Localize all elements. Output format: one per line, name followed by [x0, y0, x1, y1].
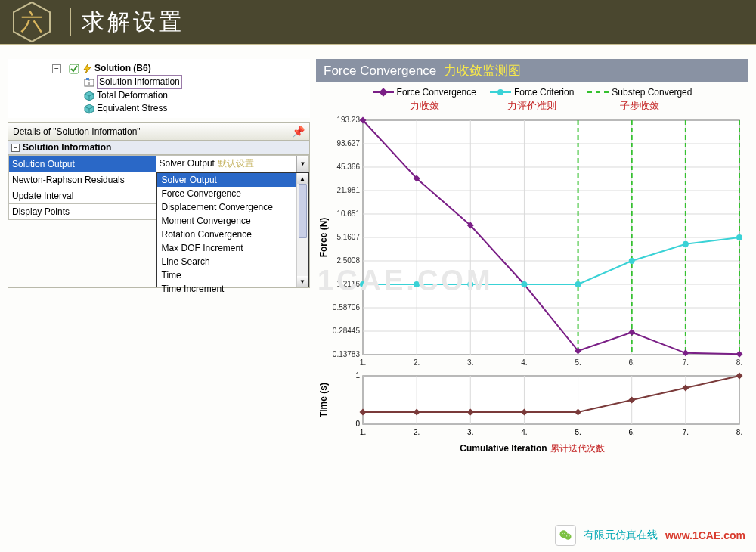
wechat-icon — [555, 525, 576, 546]
chart-title-bar: Force Convergence 力收敛监测图 — [316, 59, 748, 82]
dropdown-option[interactable]: Time Increment — [157, 282, 308, 296]
chart-title-zh: 力收敛监测图 — [444, 62, 521, 79]
cube-icon — [84, 91, 94, 101]
svg-text:93.627: 93.627 — [336, 139, 360, 147]
svg-text:10.651: 10.651 — [336, 209, 360, 218]
svg-text:Force (N): Force (N) — [318, 218, 329, 258]
prop-label[interactable]: Update Interval — [9, 188, 156, 203]
svg-text:1.: 1. — [360, 358, 366, 367]
svg-rect-68 — [363, 376, 739, 424]
pin-icon[interactable]: 📌 — [292, 126, 305, 138]
prop-row-solution-output[interactable]: Solution Output Solver Output默认设置 ▼ — [9, 156, 309, 172]
header-divider — [70, 8, 71, 36]
time-chart: 011.2.3.4.5.6.7.8.Time (s) — [316, 371, 747, 441]
svg-text:8.: 8. — [736, 358, 742, 367]
page-title: 求解设置 — [82, 7, 184, 38]
x-axis-label: Cumulative Iteration累计迭代次数 — [316, 442, 748, 455]
svg-text:2.5008: 2.5008 — [336, 256, 360, 265]
svg-text:0.58706: 0.58706 — [333, 303, 361, 312]
svg-text:Time (s): Time (s) — [318, 383, 329, 417]
prop-label[interactable]: Display Points — [9, 203, 156, 219]
footer-url: www.1CAE.com — [665, 529, 745, 541]
legend-force-convergence: Force Convergence 力收敛 — [373, 87, 476, 113]
dropdown-icon[interactable]: ▼ — [296, 156, 308, 172]
footer-brand: 有限元仿真在线 — [584, 529, 658, 542]
svg-point-62 — [521, 281, 527, 287]
svg-text:2.: 2. — [414, 358, 420, 367]
chart-legend: Force Convergence 力收敛 Force Criterion 力评… — [316, 82, 748, 114]
svg-point-101 — [564, 533, 565, 535]
svg-point-63 — [575, 281, 581, 287]
footer: 有限元仿真在线 www.1CAE.com — [555, 525, 745, 546]
chart-title-en: Force Convergence — [324, 64, 436, 79]
scroll-thumb[interactable] — [299, 184, 307, 238]
svg-text:1.: 1. — [360, 428, 366, 436]
svg-text:1: 1 — [355, 371, 360, 380]
legend-substep-converged: Substep Converged 子步收敛 — [587, 87, 692, 113]
svg-point-59 — [360, 281, 366, 287]
collapse-icon[interactable]: − — [52, 64, 61, 73]
svg-text:4.: 4. — [521, 428, 527, 436]
svg-text:5.1607: 5.1607 — [336, 233, 360, 241]
tree-node-total-deformation[interactable]: Total Deformation — [9, 89, 308, 102]
svg-text:5.: 5. — [575, 358, 581, 367]
svg-marker-2 — [84, 64, 91, 73]
lightning-icon — [82, 64, 92, 74]
properties-table: Solution Output Solver Output默认设置 ▼ Newt… — [8, 155, 309, 287]
dropdown-option[interactable]: Displacement Convergence — [157, 200, 308, 214]
hex-badge: 六 — [11, 1, 53, 43]
svg-text:0.13783: 0.13783 — [333, 350, 361, 358]
svg-text:6.: 6. — [629, 428, 635, 436]
svg-text:6.: 6. — [629, 358, 635, 367]
outline-tree[interactable]: − Solution (B6) i Solution Information T… — [8, 59, 310, 118]
details-title: Details of "Solution Information" — [13, 126, 141, 137]
tree-node-solution[interactable]: − Solution (B6) — [9, 62, 308, 75]
tree-label: Equivalent Stress — [97, 102, 167, 115]
svg-text:8.: 8. — [736, 428, 742, 436]
scrollbar[interactable]: ▲ ▼ — [296, 173, 308, 287]
dropdown-option[interactable]: Solver Output — [157, 173, 308, 187]
dropdown-option[interactable]: Max DOF Increment — [157, 241, 308, 255]
svg-point-66 — [736, 234, 742, 240]
tree-node-equiv-stress[interactable]: Equivalent Stress — [9, 102, 308, 115]
svg-point-99 — [565, 534, 571, 540]
svg-text:21.981: 21.981 — [336, 186, 360, 194]
tree-node-solution-info[interactable]: i Solution Information — [9, 75, 308, 89]
info-icon: i — [84, 77, 94, 88]
tree-label: Total Deformation — [97, 89, 168, 102]
dropdown-list[interactable]: Solver Output Force Convergence Displace… — [156, 172, 309, 287]
prop-row-newton-raphson[interactable]: Newton-Raphson Residuals Solver Output F… — [9, 172, 309, 188]
prop-label[interactable]: Newton-Raphson Residuals — [9, 172, 156, 188]
dropdown-option[interactable]: Rotation Convergence — [157, 228, 308, 241]
dropdown-option[interactable]: Force Convergence — [157, 187, 308, 200]
details-section-header[interactable]: − Solution Information — [8, 141, 309, 155]
svg-point-61 — [467, 281, 473, 287]
svg-point-64 — [629, 258, 635, 264]
details-panel: Details of "Solution Information" 📌 − So… — [8, 122, 310, 288]
section-label: Solution Information — [23, 142, 111, 153]
dropdown-option[interactable]: Time — [157, 268, 308, 282]
collapse-icon[interactable]: − — [11, 144, 20, 152]
svg-point-102 — [566, 535, 567, 536]
svg-point-103 — [569, 535, 569, 536]
svg-point-100 — [562, 533, 563, 535]
scroll-down-icon[interactable]: ▼ — [297, 276, 308, 287]
page-header: 六 求解设置 — [0, 0, 756, 45]
dropdown-option[interactable]: Moment Convergence — [157, 214, 308, 228]
svg-text:7.: 7. — [683, 358, 689, 367]
prop-value[interactable]: Solver Output默认设置 ▼ — [156, 156, 308, 172]
svg-text:7.: 7. — [683, 428, 689, 436]
svg-text:1.2116: 1.2116 — [336, 280, 360, 288]
svg-text:i: i — [88, 79, 90, 87]
svg-text:3.: 3. — [467, 358, 473, 367]
svg-text:2.: 2. — [414, 428, 420, 436]
details-title-bar: Details of "Solution Information" 📌 — [8, 123, 309, 141]
svg-point-60 — [414, 281, 420, 287]
svg-text:45.366: 45.366 — [336, 163, 360, 171]
dropdown-option[interactable]: Line Search — [157, 255, 308, 268]
svg-text:4.: 4. — [521, 358, 527, 367]
tree-label: Solution (B6) — [94, 62, 151, 75]
scroll-up-icon[interactable]: ▲ — [297, 173, 308, 184]
legend-force-criterion: Force Criterion 力评价准则 — [490, 87, 574, 113]
prop-label[interactable]: Solution Output — [9, 156, 156, 172]
